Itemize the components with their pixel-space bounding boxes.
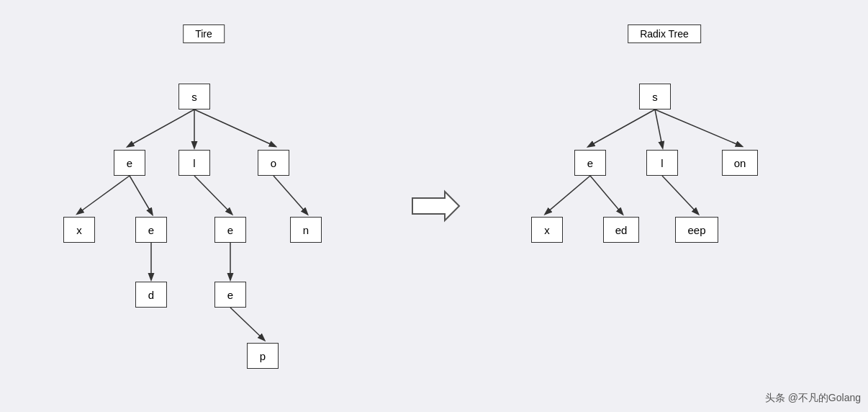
svg-marker-10 — [412, 192, 459, 220]
svg-line-0 — [130, 109, 194, 145]
tree-node-o: o — [258, 150, 289, 176]
svg-line-5 — [194, 176, 230, 212]
tree-node-d: d — [135, 282, 167, 308]
tree-node-l: l — [646, 150, 678, 176]
tree-node-x: x — [63, 217, 95, 243]
svg-line-3 — [79, 176, 130, 212]
right-title: Radix Tree — [628, 24, 701, 43]
tree-node-e3: e — [214, 217, 246, 243]
svg-line-15 — [590, 176, 621, 212]
svg-line-16 — [662, 176, 697, 212]
tree-node-on: on — [722, 150, 758, 176]
tree-node-p: p — [247, 343, 279, 369]
svg-line-4 — [130, 176, 151, 212]
tree-node-x: x — [531, 217, 563, 243]
svg-line-9 — [230, 308, 263, 339]
tree-node-l: l — [178, 150, 210, 176]
tree-node-eep: eep — [675, 217, 718, 243]
svg-line-13 — [655, 109, 740, 145]
svg-line-2 — [194, 109, 273, 145]
left-diagram: Tire seloxeendep — [2, 12, 405, 400]
watermark: 头条 @不凡的Golang — [765, 392, 861, 405]
tree-node-s: s — [178, 84, 210, 109]
svg-line-14 — [547, 176, 590, 212]
left-title: Tire — [183, 24, 225, 43]
tree-node-e2: e — [135, 217, 167, 243]
tree-node-e4: e — [214, 282, 246, 308]
transform-arrow — [405, 188, 463, 224]
svg-line-11 — [590, 109, 655, 145]
svg-line-6 — [273, 176, 306, 212]
tree-node-ed: ed — [603, 217, 639, 243]
tree-node-s: s — [639, 84, 671, 109]
tree-node-e: e — [574, 150, 606, 176]
right-tree-svg — [463, 12, 866, 400]
tree-node-e: e — [114, 150, 145, 176]
main-container: Tire seloxeendep Radix Tree selonxedeep — [0, 0, 868, 412]
arrow-section — [405, 12, 463, 400]
tree-node-n: n — [290, 217, 322, 243]
right-diagram: Radix Tree selonxedeep — [463, 12, 866, 400]
left-tree-svg — [2, 12, 405, 400]
svg-line-12 — [655, 109, 662, 145]
